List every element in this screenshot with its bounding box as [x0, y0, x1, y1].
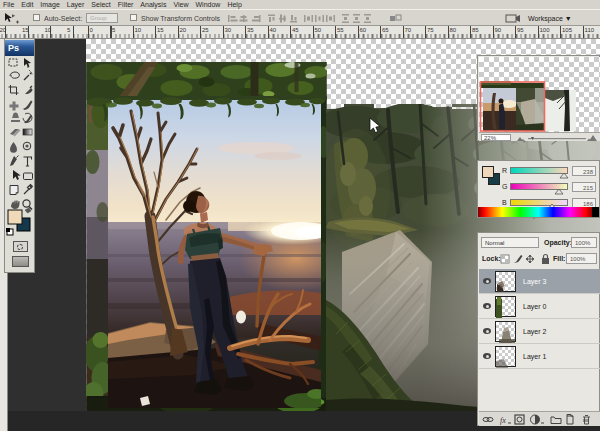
svg-text:fx: fx	[500, 416, 506, 425]
